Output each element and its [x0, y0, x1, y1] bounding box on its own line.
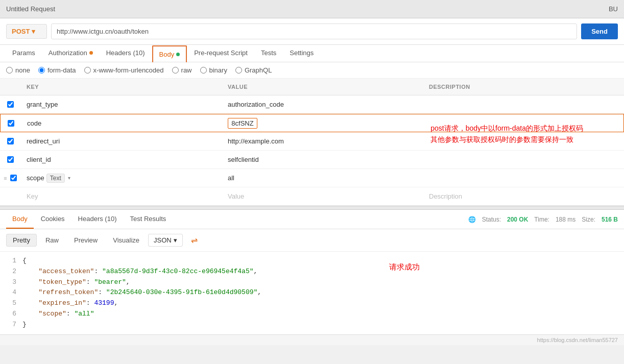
globe-icon: 🌐	[468, 216, 476, 223]
row4-desc[interactable]	[423, 157, 624, 163]
row1-key[interactable]: grant_type	[20, 98, 222, 111]
row3-desc[interactable]	[423, 138, 624, 144]
tab-body[interactable]: Body	[152, 45, 187, 62]
row5-desc[interactable]	[423, 175, 624, 181]
code-line-1: 1 {	[6, 256, 618, 266]
code-content-4: "refresh_token": "2b245640-030e-4395-91f…	[22, 287, 261, 298]
format-tabs: Pretty Raw Preview Visualize JSON ▾ ⇌	[0, 229, 624, 252]
description-header: DESCRIPTION	[423, 82, 624, 92]
line-num-5: 5	[6, 298, 16, 309]
row3-value[interactable]: http://example.com	[222, 134, 423, 148]
row3-checkbox[interactable]	[7, 138, 14, 144]
status-label: Status:	[482, 216, 501, 223]
row1-desc[interactable]	[423, 102, 624, 108]
fmt-tab-pretty[interactable]: Pretty	[6, 234, 37, 247]
code-content-5: "expires_in": 43199,	[22, 298, 118, 309]
code-line-6: 6 "scope": "all"	[6, 309, 618, 320]
time-label: Time:	[534, 216, 549, 223]
row1-checkbox-cell	[0, 99, 20, 110]
tab-tests[interactable]: Tests	[255, 45, 282, 62]
code-content-7: }	[22, 320, 27, 330]
option-none[interactable]: none	[6, 66, 30, 74]
title-bar-right: BU	[609, 5, 618, 13]
row5-checkbox[interactable]	[10, 175, 17, 181]
method-label: POST	[12, 28, 30, 35]
row4-key[interactable]: client_id	[20, 153, 222, 166]
status-value: 200 OK	[507, 216, 528, 223]
tab-params[interactable]: Params	[6, 45, 41, 62]
code-line-5: 5 "expires_in": 43199,	[6, 298, 618, 309]
bottom-url: https://blog.csdn.net/liman55727	[537, 337, 618, 343]
line-num-3: 3	[6, 277, 16, 288]
code-line-3: 3 "token_type": "bearer",	[6, 277, 618, 288]
row3-key[interactable]: redirect_uri	[20, 134, 222, 148]
response-tabs-row: Body Cookies Headers (10) Test Results 🌐…	[0, 210, 624, 229]
response-tabs-left: Body Cookies Headers (10) Test Results	[6, 210, 172, 229]
row2-value[interactable]: 8cfSNZ	[222, 115, 422, 132]
json-dropdown-chevron: ▾	[174, 236, 177, 244]
body-dot	[176, 53, 180, 56]
option-form-data[interactable]: form-data	[38, 66, 76, 74]
option-x-www-form-urlencoded[interactable]: x-www-form-urlencoded	[84, 66, 164, 74]
size-value: 516 B	[602, 216, 618, 223]
response-tab-body[interactable]: Body	[6, 210, 34, 229]
wrap-icon[interactable]: ⇌	[187, 233, 202, 247]
empty-value[interactable]: Value	[222, 189, 423, 203]
table-row: grant_type authorization_code	[0, 95, 624, 114]
row2-checkbox[interactable]	[8, 120, 14, 127]
size-label: Size:	[582, 216, 595, 223]
checkbox-header	[0, 82, 20, 92]
row5-value[interactable]: all	[222, 171, 423, 185]
title-bar: Untitled Request BU	[0, 0, 624, 18]
empty-checkbox-cell	[0, 195, 20, 199]
success-annotation: 请求成功	[389, 262, 420, 274]
window-title: Untitled Request	[6, 5, 55, 13]
url-input[interactable]	[51, 23, 577, 39]
tab-pre-request-script[interactable]: Pre-request Script	[188, 45, 254, 62]
option-raw[interactable]: raw	[172, 66, 192, 74]
fmt-tab-visualize[interactable]: Visualize	[106, 234, 146, 247]
response-tab-cookies[interactable]: Cookies	[35, 210, 71, 229]
bottom-bar: https://blog.csdn.net/liman55727	[0, 334, 624, 345]
empty-key[interactable]: Key	[20, 189, 222, 203]
text-badge[interactable]: Text	[46, 174, 65, 183]
row4-value[interactable]: selfclientid	[222, 153, 423, 166]
row4-checkbox[interactable]	[7, 156, 14, 163]
table-header-row: KEY VALUE DESCRIPTION	[0, 79, 624, 95]
line-num-4: 4	[6, 287, 16, 298]
body-options: none form-data x-www-form-urlencoded raw…	[0, 62, 624, 79]
fmt-tab-raw[interactable]: Raw	[39, 234, 65, 247]
url-bar: POST ▾ Send	[0, 18, 624, 45]
table-row: ≡ scope Text ▾ all	[0, 169, 624, 187]
method-select[interactable]: POST ▾	[6, 24, 47, 39]
row5-drag-checkbox-cell: ≡	[0, 173, 20, 183]
empty-desc[interactable]: Description	[423, 189, 624, 203]
json-dropdown[interactable]: JSON ▾	[148, 234, 183, 247]
response-tab-test-results[interactable]: Test Results	[124, 210, 172, 229]
option-graphql[interactable]: GraphQL	[235, 66, 272, 74]
row2-desc[interactable]	[423, 120, 623, 126]
section-divider	[0, 206, 624, 210]
send-button[interactable]: Send	[581, 23, 618, 39]
response-tab-headers[interactable]: Headers (10)	[72, 210, 123, 229]
row1-value[interactable]: authorization_code	[222, 98, 423, 111]
tab-settings[interactable]: Settings	[283, 45, 320, 62]
request-tabs: Params Authorization Headers (10) Body P…	[0, 45, 624, 62]
code-content-6: "scope": "all"	[22, 309, 94, 320]
row2-key[interactable]: code	[21, 116, 222, 130]
row5-key[interactable]: scope Text ▾	[20, 171, 222, 186]
code-content-3: "token_type": "bearer",	[22, 277, 130, 288]
code-area: 1 { 2 "access_token": "a8a5567d-9d3f-43c…	[0, 252, 624, 334]
authorization-dot	[89, 51, 93, 55]
tab-authorization[interactable]: Authorization	[42, 45, 99, 62]
row1-checkbox[interactable]	[7, 101, 14, 108]
fmt-tab-preview[interactable]: Preview	[67, 234, 104, 247]
line-num-2: 2	[6, 266, 16, 277]
option-binary[interactable]: binary	[200, 66, 227, 74]
time-value: 188 ms	[556, 216, 575, 223]
tab-headers[interactable]: Headers (10)	[100, 45, 151, 62]
table-row: client_id selfclientid	[0, 151, 624, 169]
code-line-7: 7 }	[6, 320, 618, 330]
text-badge-chevron[interactable]: ▾	[68, 175, 70, 181]
row2-value-highlighted[interactable]: 8cfSNZ	[228, 118, 257, 129]
